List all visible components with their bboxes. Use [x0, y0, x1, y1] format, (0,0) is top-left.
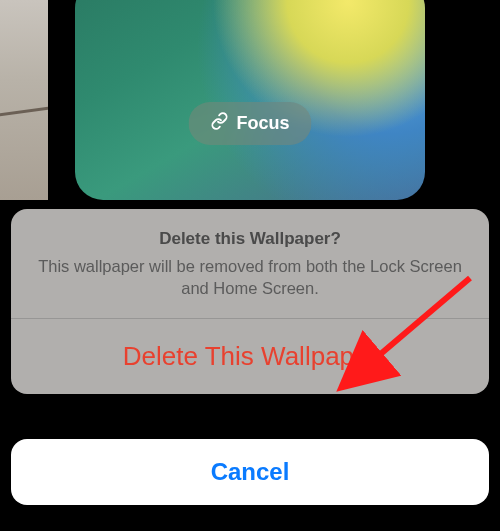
focus-link-pill[interactable]: Focus	[188, 102, 311, 145]
link-icon	[210, 112, 228, 135]
cancel-button[interactable]: Cancel	[11, 439, 489, 505]
focus-pill-label: Focus	[236, 113, 289, 134]
delete-wallpaper-button[interactable]: Delete This Wallpaper	[11, 319, 489, 394]
wallpaper-preview-current: Focus	[75, 0, 425, 200]
action-sheet: Delete this Wallpaper? This wallpaper wi…	[11, 209, 489, 394]
action-sheet-title: Delete this Wallpaper?	[33, 229, 467, 249]
cancel-button-label: Cancel	[211, 458, 290, 486]
action-sheet-message: This wallpaper will be removed from both…	[33, 255, 467, 300]
wallpaper-preview-adjacent	[0, 0, 48, 200]
action-sheet-header: Delete this Wallpaper? This wallpaper wi…	[11, 209, 489, 318]
